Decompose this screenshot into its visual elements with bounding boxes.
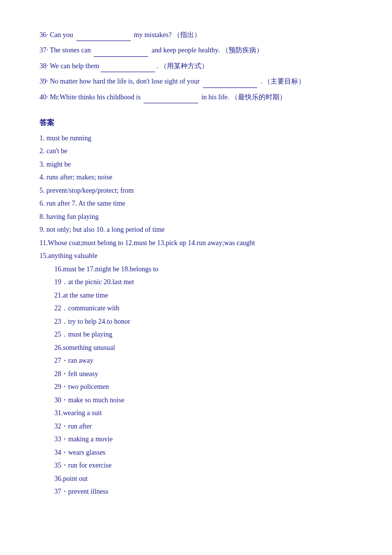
answer-line: 26.something unusual <box>39 342 353 354</box>
answer-line: 31.wearing a suit <box>39 407 353 420</box>
question-hint: （指出） <box>173 31 201 39</box>
answer-line: 8. having fun playing <box>39 211 353 223</box>
answer-line: 1. must be running <box>39 132 353 145</box>
answer-line: 36.point out <box>39 473 353 485</box>
answer-line: 25．must be playing <box>39 329 353 341</box>
question-number: 37· <box>39 46 48 54</box>
answer-line: 19．at the picnic 20.last met <box>39 276 353 289</box>
answer-line: 4. runs after; makes; noise <box>39 171 353 184</box>
question-before: Mr.White thinks his childhood is <box>50 93 142 101</box>
question-after: . <box>157 62 158 70</box>
question-line: 40· Mr.White thinks his childhood is in … <box>39 92 353 103</box>
question-hint: （预防疾病） <box>222 46 263 54</box>
question-blank <box>94 45 148 56</box>
answer-line: 3. might be <box>39 159 353 171</box>
question-after: my mistakes? <box>132 31 172 39</box>
question-line: 37· The stones can and keep people healt… <box>39 45 353 56</box>
answer-line: 37・prevent illness <box>39 486 353 498</box>
question-blank <box>203 76 257 87</box>
question-number: 38· <box>39 62 48 70</box>
question-before: No matter how hard the life is, don't lo… <box>50 78 201 85</box>
question-line: 36· Can you my mistakes? （指出） <box>39 30 353 41</box>
answers-title: 答案 <box>39 118 353 128</box>
question-hint: （用某种方式） <box>160 62 208 70</box>
answers-section: 答案 1. must be running2. can't be3. might… <box>39 118 353 498</box>
answer-line: 16.must be 17.might be 18.belongs to <box>39 263 353 276</box>
answer-line: 22．communicate with <box>39 302 353 315</box>
question-before: The stones can <box>50 46 93 54</box>
answer-line: 6. run after 7. At the same time <box>39 198 353 210</box>
answer-line: 27・ran away <box>39 355 353 367</box>
question-after: and keep people healthy. <box>150 46 220 54</box>
answer-line: 28・felt uneasy <box>39 368 353 381</box>
answer-line: 15.anything valuable <box>39 250 353 262</box>
answer-line: 35・run for exercise <box>39 460 353 472</box>
question-blank <box>144 92 198 103</box>
question-after: in his life. <box>199 93 229 101</box>
answer-line: 33・making a movie <box>39 433 353 446</box>
question-number: 39· <box>39 78 48 85</box>
answer-line: 11.Whose coat;must belong to 12.must be … <box>39 237 353 250</box>
question-blank <box>77 30 131 41</box>
answer-line: 5. prevent/stop/keep/protect; from <box>39 185 353 197</box>
question-hint: （主要目标） <box>264 78 305 85</box>
question-before: We can help them <box>50 62 99 70</box>
question-hint: （最快乐的时期） <box>231 93 286 101</box>
question-blank <box>101 61 155 72</box>
question-number: 36· <box>39 31 48 39</box>
answer-line: 21.at the same time <box>39 290 353 302</box>
question-line: 38· We can help them . （用某种方式） <box>39 61 353 72</box>
answer-line: 9. not only; but also 10. a long period … <box>39 224 353 236</box>
question-after: . <box>259 78 262 85</box>
answer-line: 34・wears glasses <box>39 447 353 459</box>
answer-line: 2. can't be <box>39 145 353 158</box>
answer-line: 30・make so much noise <box>39 394 353 407</box>
question-number: 40· <box>39 93 48 101</box>
answer-line: 32・run after <box>39 421 353 433</box>
question-line: 39· No matter how hard the life is, don'… <box>39 76 353 87</box>
answer-line: 29・two policemen <box>39 381 353 393</box>
questions-section: 36· Can you my mistakes? （指出）37· The sto… <box>39 30 353 103</box>
question-before: Can you <box>50 31 75 39</box>
answer-line: 23．try to help 24.to honor <box>39 316 353 328</box>
